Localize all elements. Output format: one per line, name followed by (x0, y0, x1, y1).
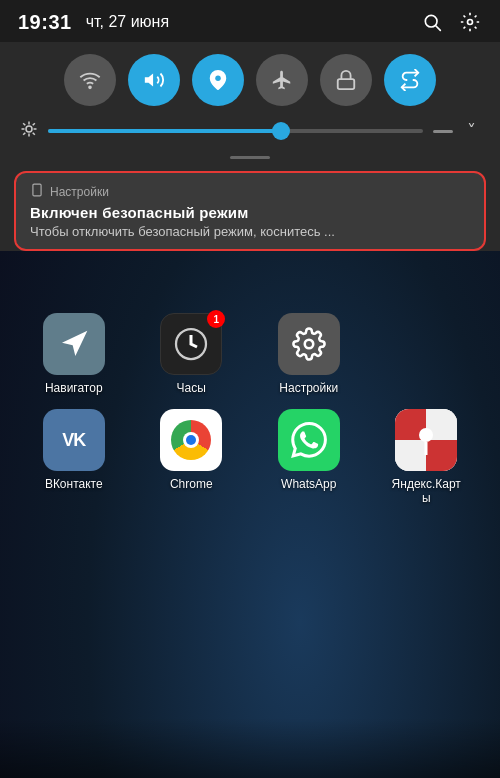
notification-card[interactable]: Настройки Включен безопасный режим Чтобы… (14, 171, 486, 251)
svg-line-1 (436, 26, 441, 31)
brightness-slider[interactable] (48, 129, 423, 133)
slider-thumb[interactable] (272, 122, 290, 140)
chrome-center-inner (186, 435, 196, 445)
slider-end (433, 130, 453, 133)
toggle-sound[interactable] (128, 54, 180, 106)
quick-toggles (16, 54, 484, 106)
brightness-row: ˅ (16, 120, 484, 142)
app-label-vk: ВКонтакте (45, 477, 103, 491)
app-icon-chrome (160, 409, 222, 471)
app-grid: Навигатор 1 Часы Настройки (20, 313, 480, 505)
svg-rect-25 (426, 440, 457, 471)
drag-indicator (16, 150, 484, 163)
app-item-yandex-maps[interactable]: Яндекс.Карты (373, 409, 481, 505)
toggle-location[interactable] (192, 54, 244, 106)
clock-badge: 1 (207, 310, 225, 328)
app-label-chrome: Chrome (170, 477, 213, 491)
status-left: 19:31 чт, 27 июня (18, 11, 169, 34)
svg-line-14 (23, 133, 25, 135)
slider-fill (48, 129, 281, 133)
svg-point-7 (26, 126, 32, 132)
svg-marker-4 (145, 74, 153, 87)
expand-chevron[interactable]: ˅ (463, 120, 480, 142)
svg-point-5 (215, 75, 221, 81)
svg-point-2 (468, 20, 473, 25)
svg-point-3 (89, 86, 91, 88)
drag-line (230, 156, 270, 159)
notification-area: Настройки Включен безопасный режим Чтобы… (0, 163, 500, 251)
svg-rect-24 (395, 440, 426, 471)
app-item-vk[interactable]: VK ВКонтакте (20, 409, 128, 505)
app-item-navigator[interactable]: Навигатор (20, 313, 128, 395)
home-screen: Навигатор 1 Часы Настройки (0, 293, 500, 515)
toggle-airplane[interactable] (256, 54, 308, 106)
app-label-yandex-maps: Яндекс.Карты (390, 477, 462, 505)
brightness-low-icon (20, 120, 38, 142)
quick-settings-panel: ˅ (0, 42, 500, 163)
app-label-navigator: Навигатор (45, 381, 103, 395)
app-item-chrome[interactable]: Chrome (138, 409, 246, 505)
app-item-clock[interactable]: 1 Часы (138, 313, 246, 395)
chrome-center (183, 432, 199, 448)
svg-line-11 (33, 133, 35, 135)
app-icon-settings (278, 313, 340, 375)
svg-point-20 (305, 340, 314, 349)
notification-app-icon (30, 183, 44, 200)
app-icon-yandex-maps (395, 409, 457, 471)
status-icons (420, 10, 482, 34)
notification-header: Настройки (30, 183, 470, 200)
status-time: 19:31 (18, 11, 72, 34)
search-icon[interactable] (420, 10, 444, 34)
svg-rect-6 (338, 79, 355, 89)
notification-app-name: Настройки (50, 185, 109, 199)
svg-line-15 (33, 123, 35, 125)
toggle-wifi[interactable] (64, 54, 116, 106)
app-icon-clock: 1 (160, 313, 222, 375)
chrome-inner (171, 420, 211, 460)
notification-body: Чтобы отключить безопасный режим, коснит… (30, 224, 470, 239)
status-date: чт, 27 июня (86, 13, 169, 31)
app-label-settings: Настройки (279, 381, 338, 395)
bottom-overlay (0, 718, 500, 778)
app-label-whatsapp: WhatsApp (281, 477, 336, 491)
svg-point-26 (419, 428, 433, 442)
app-label-clock: Часы (177, 381, 206, 395)
settings-icon[interactable] (458, 10, 482, 34)
app-icon-navigator (43, 313, 105, 375)
app-icon-vk: VK (43, 409, 105, 471)
app-item-whatsapp[interactable]: WhatsApp (255, 409, 363, 505)
toggle-data-transfer[interactable] (384, 54, 436, 106)
svg-line-10 (23, 123, 25, 125)
toggle-lock[interactable] (320, 54, 372, 106)
notification-title: Включен безопасный режим (30, 204, 470, 221)
svg-marker-18 (62, 331, 87, 356)
app-icon-whatsapp (278, 409, 340, 471)
app-item-settings[interactable]: Настройки (255, 313, 363, 395)
status-bar: 19:31 чт, 27 июня (0, 0, 500, 42)
